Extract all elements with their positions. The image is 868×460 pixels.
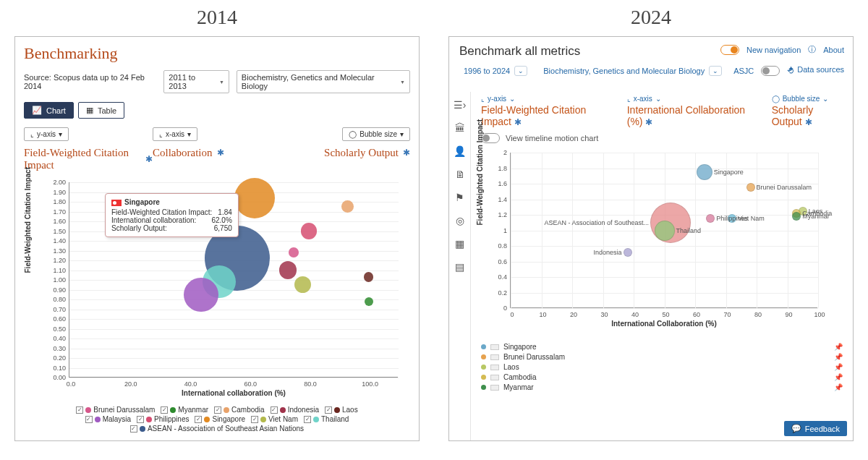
panel-2024: Benchmark all metrics 1996 to 2024⌄ Bioc… <box>448 36 854 441</box>
bubble-label: Scholarly Output <box>324 147 399 159</box>
subject-select[interactable]: Biochemistry, Genetics and Molecular Bio… <box>237 70 410 93</box>
pin-icon[interactable]: 📌 <box>834 343 843 351</box>
chevron-down-icon: ⌄ <box>514 66 527 76</box>
legend-swatch <box>224 407 229 413</box>
year-range-select[interactable]: 1996 to 2024⌄ <box>459 64 532 77</box>
bubble[interactable] <box>184 278 218 312</box>
checkbox[interactable]: ✓ <box>195 416 202 423</box>
gear-icon[interactable]: ✱ <box>217 148 224 158</box>
checkbox[interactable]: ✓ <box>161 406 168 414</box>
legend-item[interactable]: Cambodia📌 <box>481 373 843 381</box>
document-icon[interactable]: 🗎 <box>455 169 465 180</box>
legend-item[interactable]: ✓Indonesia <box>271 406 319 414</box>
legend-item[interactable]: ✓Cambodia <box>214 406 265 414</box>
x-axis-select[interactable]: ⌞x-axis▾ <box>153 127 197 141</box>
subject-select[interactable]: Biochemistry, Genetics and Molecular Bio… <box>539 64 726 77</box>
feedback-button[interactable]: 💬Feedback <box>784 421 847 436</box>
y-axis-select[interactable]: ⌞y-axis▾ <box>24 127 69 141</box>
pin-icon[interactable]: 📌 <box>834 373 843 381</box>
legend-item[interactable]: ✓Singapore <box>195 415 245 423</box>
flag-icon <box>490 385 499 391</box>
bubble[interactable] <box>746 183 755 192</box>
point-label: Philippines <box>716 215 748 222</box>
tab-table[interactable]: ▦Table <box>78 102 124 119</box>
point-label: Brunei Darussalam <box>757 184 812 191</box>
x-axis-select[interactable]: x-axis <box>634 95 652 103</box>
gear-icon[interactable]: ✱ <box>145 154 153 165</box>
institution-icon[interactable]: 🏛 <box>455 122 465 134</box>
y-axis-select[interactable]: y-axis <box>488 95 506 103</box>
info-icon[interactable]: ⓘ <box>808 44 816 55</box>
legend-swatch <box>481 375 486 380</box>
legend-item[interactable]: ✓Brunei Darussalam <box>76 406 155 414</box>
tab-chart[interactable]: 📈Chart <box>24 102 74 119</box>
bubble[interactable] <box>294 276 311 293</box>
scheme-toggle[interactable] <box>761 66 780 76</box>
legend-item[interactable]: Myanmar📌 <box>481 383 843 391</box>
checkbox[interactable]: ✓ <box>76 406 83 414</box>
timeline-toggle[interactable] <box>481 133 500 143</box>
checkbox[interactable]: ✓ <box>325 406 332 414</box>
gear-icon[interactable]: ✱ <box>403 148 410 158</box>
checkbox[interactable]: ✓ <box>304 416 311 423</box>
legend-item[interactable]: ✓Myanmar <box>161 406 208 414</box>
legend-swatch <box>146 417 152 422</box>
bubble[interactable] <box>301 223 317 239</box>
bubble[interactable] <box>289 247 298 257</box>
pin-icon[interactable]: 📌 <box>834 363 843 371</box>
checkbox[interactable]: ✓ <box>137 416 144 423</box>
legend-item[interactable]: ✓Malaysia <box>85 415 131 423</box>
data-sources-link[interactable]: Data sources <box>797 65 844 74</box>
legend-item[interactable]: ✓Laos <box>325 406 358 414</box>
legend-swatch <box>170 407 176 413</box>
gear-icon[interactable]: ✱ <box>805 117 812 127</box>
legend-swatch <box>95 417 101 422</box>
new-navigation-label: New navigation <box>746 46 801 54</box>
legend-item[interactable]: Laos📌 <box>481 363 843 371</box>
legend-item[interactable]: ✓Thailand <box>304 415 349 423</box>
legend-item[interactable]: ✓Philippines <box>137 415 189 423</box>
legend-swatch <box>481 365 486 370</box>
bubble[interactable] <box>697 164 712 180</box>
checkbox[interactable]: ✓ <box>85 416 93 423</box>
gear-icon[interactable]: ✱ <box>514 117 522 127</box>
bubble[interactable] <box>279 261 297 278</box>
bubble[interactable] <box>792 212 801 221</box>
year-range-select[interactable]: 2011 to 2013 <box>163 70 229 93</box>
legend-item[interactable]: ✓ASEAN - Association of Southeast Asian … <box>130 425 304 433</box>
person-icon[interactable]: 👤 <box>454 145 466 157</box>
flag-icon[interactable]: ⚑ <box>455 192 464 203</box>
bubble-size-select[interactable]: Bubble size <box>783 95 820 103</box>
chevron-down-icon: ⌄ <box>822 95 828 103</box>
bubble-size-select[interactable]: ◯Bubble size▾ <box>342 127 410 141</box>
checkbox[interactable]: ✓ <box>130 425 137 433</box>
checkbox[interactable]: ✓ <box>271 406 278 414</box>
target-icon[interactable]: ◎ <box>456 215 464 226</box>
legend-item[interactable]: Singapore📌 <box>481 343 843 351</box>
menu-collapse-icon[interactable]: ☰› <box>454 99 467 111</box>
checkbox[interactable]: ✓ <box>251 416 258 423</box>
legend-item[interactable]: Brunei Darussalam📌 <box>481 353 843 361</box>
bubble[interactable] <box>364 272 373 281</box>
checkbox[interactable]: ✓ <box>214 406 221 414</box>
bubble-chart[interactable]: Field-Weighted Citation Impact 0.000.100… <box>29 179 405 403</box>
chevron-down-icon: ▾ <box>59 130 62 138</box>
legend-label: Singapore <box>503 343 537 351</box>
report-icon[interactable]: ▤ <box>455 261 464 273</box>
bubble[interactable] <box>706 214 715 223</box>
bubble-chart[interactable]: Field-Weighted Citation Impact 00.20.40.… <box>481 149 828 337</box>
bubble[interactable] <box>234 178 275 218</box>
bubble[interactable] <box>624 248 632 257</box>
new-navigation-toggle[interactable] <box>720 45 739 55</box>
pin-icon[interactable]: 📌 <box>834 383 843 391</box>
grid-icon[interactable]: ▦ <box>455 238 464 250</box>
chevron-down-icon: ▾ <box>400 130 404 138</box>
bubble[interactable] <box>341 200 354 213</box>
chevron-down-icon: ⌄ <box>655 95 661 103</box>
gear-icon[interactable]: ✱ <box>645 117 652 127</box>
pin-icon[interactable]: 📌 <box>834 353 843 361</box>
about-link[interactable]: About <box>823 46 844 54</box>
legend-item[interactable]: ✓Viet Nam <box>251 415 298 423</box>
bubble[interactable] <box>365 297 373 306</box>
bubble[interactable] <box>655 221 675 241</box>
